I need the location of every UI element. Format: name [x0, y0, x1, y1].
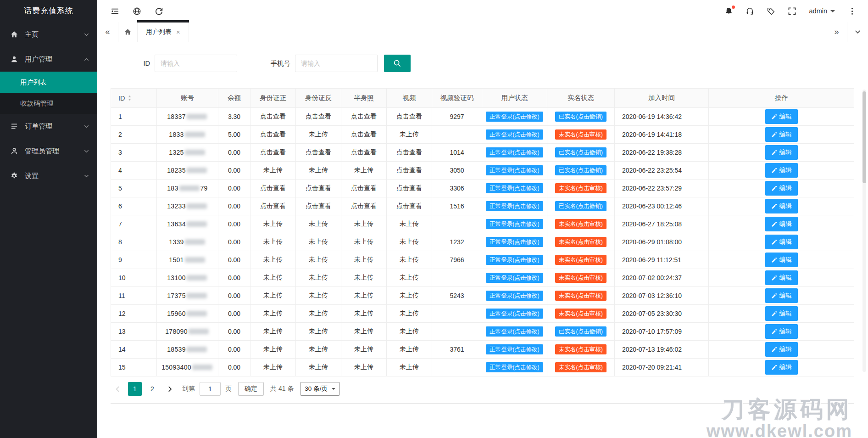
home-tab[interactable]	[118, 22, 138, 42]
view-link[interactable]: 点击查看	[351, 130, 377, 138]
goto-page-input[interactable]	[200, 382, 221, 396]
view-link[interactable]: 点击查看	[260, 184, 286, 191]
tab-user-list[interactable]: 用户列表 ×	[138, 22, 189, 42]
view-link[interactable]: 点击查看	[396, 112, 422, 120]
edit-button[interactable]: 编辑	[765, 181, 798, 196]
sort-icon[interactable]	[128, 95, 132, 101]
view-link[interactable]: 点击查看	[260, 112, 286, 120]
user-status-badge[interactable]: 正常登录(点击修改)	[486, 201, 543, 212]
edit-button[interactable]: 编辑	[765, 324, 798, 339]
real-name-status-badge[interactable]: 已实名(点击撤销)	[555, 326, 606, 337]
real-name-status-badge[interactable]: 未实名(点击审核)	[555, 273, 606, 283]
user-status-badge[interactable]: 正常登录(点击修改)	[486, 183, 543, 194]
edit-button[interactable]: 编辑	[765, 199, 798, 213]
real-name-status-badge[interactable]: 未实名(点击审核)	[555, 237, 606, 247]
user-status-badge[interactable]: 正常登录(点击修改)	[486, 326, 543, 337]
scroll-tabs-right-button[interactable]: »	[826, 22, 847, 42]
view-link[interactable]: 点击查看	[351, 148, 377, 156]
headset-icon[interactable]	[740, 0, 761, 22]
page-1-button[interactable]: 1	[128, 382, 142, 396]
user-status-badge[interactable]: 正常登录(点击修改)	[486, 112, 543, 122]
view-link[interactable]: 点击查看	[306, 202, 331, 209]
real-name-status-badge[interactable]: 未实名(点击审核)	[555, 344, 606, 355]
view-link[interactable]: 点击查看	[260, 148, 286, 156]
id-search-input[interactable]	[155, 55, 237, 72]
user-status-badge[interactable]: 正常登录(点击修改)	[486, 309, 543, 319]
edit-button[interactable]: 编辑	[765, 253, 798, 267]
edit-button[interactable]: 编辑	[765, 270, 798, 285]
page-2-button[interactable]: 2	[145, 382, 159, 396]
real-name-status-badge[interactable]: 未实名(点击审核)	[555, 219, 606, 230]
sidebar-item-admin-management[interactable]: 管理员管理	[0, 139, 97, 163]
phone-search-input[interactable]	[295, 55, 378, 72]
user-status-badge[interactable]: 正常登录(点击修改)	[486, 362, 543, 373]
user-status-badge[interactable]: 正常登录(点击修改)	[486, 344, 543, 355]
edit-button[interactable]: 编辑	[765, 217, 798, 231]
edit-button[interactable]: 编辑	[765, 235, 798, 249]
edit-button[interactable]: 编辑	[765, 163, 798, 178]
edit-button[interactable]: 编辑	[765, 288, 798, 303]
sidebar-item-order-management[interactable]: 订单管理	[0, 114, 97, 139]
scrollbar-thumb[interactable]	[862, 91, 866, 183]
view-link[interactable]: 点击查看	[396, 184, 422, 191]
confirm-page-button[interactable]: 确定	[238, 382, 264, 396]
fullscreen-icon[interactable]	[782, 0, 803, 22]
tab-menu-chevron-icon[interactable]	[847, 22, 868, 42]
view-link[interactable]: 点击查看	[306, 184, 331, 191]
user-status-badge[interactable]: 正常登录(点击修改)	[486, 291, 543, 301]
edit-button[interactable]: 编辑	[765, 127, 798, 142]
edit-button[interactable]: 编辑	[765, 342, 798, 357]
real-name-status-badge[interactable]: 未实名(点击审核)	[555, 129, 606, 140]
next-page-button[interactable]	[163, 382, 177, 396]
globe-icon[interactable]	[126, 0, 148, 22]
close-tab-icon[interactable]: ×	[176, 28, 180, 36]
real-name-status-badge[interactable]: 未实名(点击审核)	[555, 183, 606, 194]
scroll-tabs-left-button[interactable]: «	[97, 22, 118, 42]
real-name-status-badge[interactable]: 未实名(点击审核)	[555, 291, 606, 301]
page-size-select[interactable]: 30 条/页	[300, 382, 340, 396]
collapse-sidebar-icon[interactable]	[104, 0, 126, 22]
real-name-status-badge[interactable]: 已实名(点击撤销)	[555, 147, 606, 158]
tag-icon[interactable]	[761, 0, 782, 22]
real-name-status-badge[interactable]: 已实名(点击撤销)	[555, 165, 606, 176]
real-name-status-badge[interactable]: 未实名(点击审核)	[555, 255, 606, 265]
user-status-badge[interactable]: 正常登录(点击修改)	[486, 219, 543, 230]
user-status-badge[interactable]: 正常登录(点击修改)	[486, 255, 543, 265]
view-link[interactable]: 点击查看	[306, 148, 331, 156]
more-vertical-icon[interactable]	[841, 0, 862, 22]
sidebar-item-user-list[interactable]: 用户列表	[0, 72, 97, 93]
view-link[interactable]: 点击查看	[351, 112, 377, 120]
real-name-status-badge[interactable]: 已实名(点击撤销)	[555, 201, 606, 212]
search-button[interactable]	[384, 55, 411, 72]
notifications-button[interactable]	[718, 0, 740, 22]
sidebar-item-payment-code-management[interactable]: 收款码管理	[0, 93, 97, 114]
column-header-1[interactable]: ID	[111, 89, 157, 108]
vertical-scrollbar[interactable]	[862, 90, 866, 372]
view-link[interactable]: 点击查看	[351, 184, 377, 191]
view-link[interactable]: 点击查看	[396, 166, 422, 174]
real-name-status-badge[interactable]: 未实名(点击审核)	[555, 309, 606, 319]
user-status-badge[interactable]: 正常登录(点击修改)	[486, 237, 543, 247]
sidebar-item-user-management[interactable]: 用户管理	[0, 47, 97, 72]
user-status-badge[interactable]: 正常登录(点击修改)	[486, 165, 543, 176]
prev-page-button[interactable]	[111, 382, 124, 396]
edit-button[interactable]: 编辑	[765, 360, 798, 375]
edit-button[interactable]: 编辑	[765, 145, 798, 160]
user-status-badge[interactable]: 正常登录(点击修改)	[486, 273, 543, 283]
view-link[interactable]: 点击查看	[260, 130, 286, 138]
user-status-badge[interactable]: 正常登录(点击修改)	[486, 129, 543, 140]
refresh-icon[interactable]	[148, 0, 170, 22]
view-link[interactable]: 点击查看	[351, 202, 377, 209]
view-link[interactable]: 点击查看	[396, 202, 422, 209]
view-link[interactable]: 点击查看	[306, 112, 331, 120]
view-link[interactable]: 点击查看	[396, 148, 422, 156]
sidebar-item-home[interactable]: 主页	[0, 22, 97, 47]
user-menu[interactable]: admin	[803, 7, 842, 15]
real-name-status-badge[interactable]: 已实名(点击撤销)	[555, 112, 606, 122]
sidebar-item-settings[interactable]: 设置	[0, 163, 97, 188]
user-status-badge[interactable]: 正常登录(点击修改)	[486, 147, 543, 158]
real-name-status-badge[interactable]: 未实名(点击审核)	[555, 362, 606, 373]
edit-button[interactable]: 编辑	[765, 109, 798, 124]
edit-button[interactable]: 编辑	[765, 306, 798, 321]
view-link[interactable]: 点击查看	[260, 202, 286, 209]
